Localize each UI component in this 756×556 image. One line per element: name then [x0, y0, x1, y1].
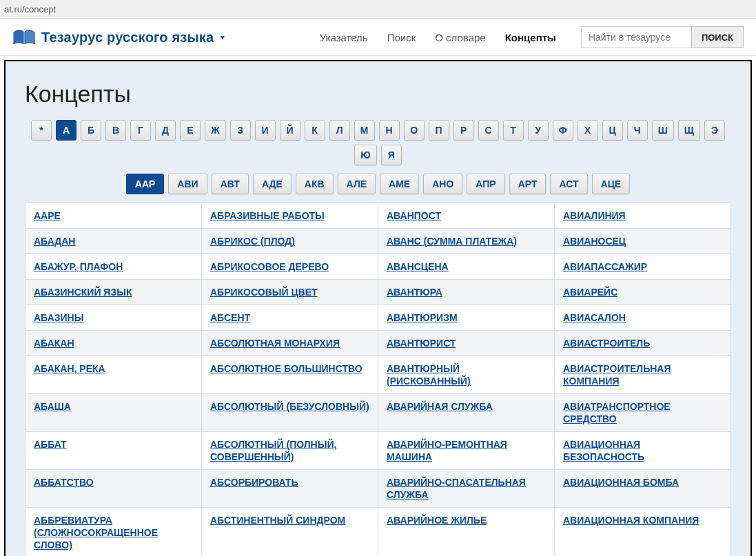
concept-link[interactable]: АВИАТРАНСПОРТНОЕ СРЕДСТВО [563, 401, 671, 424]
concept-link[interactable]: ААРЕ [34, 210, 61, 221]
letter-Д[interactable]: Д [155, 120, 176, 141]
book-icon [12, 29, 36, 45]
concept-link[interactable]: АБРИКОСОВОЕ ДЕРЕВО [210, 261, 329, 272]
letter-Й[interactable]: Й [280, 120, 300, 141]
concept-link[interactable]: АБАЖУР, ПЛАФОН [34, 261, 123, 272]
concept-link[interactable]: АБСОЛЮТНАЯ МОНАРХИЯ [210, 338, 340, 349]
concept-link[interactable]: АББАТСТВО [34, 477, 94, 488]
letter-Т[interactable]: Т [503, 120, 524, 141]
letter-А[interactable]: А [56, 120, 76, 141]
syllable-АМЕ[interactable]: АМЕ [380, 174, 419, 194]
letter-Х[interactable]: Х [578, 120, 598, 141]
concept-link[interactable]: АБАША [34, 401, 71, 412]
letter-Р[interactable]: Р [453, 120, 474, 141]
nav-link-1[interactable]: Поиск [387, 32, 416, 43]
table-cell: ААРЕ [25, 203, 202, 229]
concept-link[interactable]: АВИАСАЛОН [563, 312, 626, 323]
letter-Э[interactable]: Э [704, 120, 725, 141]
letter-Я[interactable]: Я [381, 145, 402, 165]
concept-link[interactable]: АБСОРБИРОВАТЬ [210, 477, 298, 488]
letter-Б[interactable]: Б [81, 120, 101, 141]
concept-link[interactable]: АВАНТЮРА [387, 287, 442, 298]
concept-link[interactable]: АБАКАН, РЕКА [34, 363, 105, 374]
table-cell: АБСОРБИРОВАТЬ [202, 470, 378, 508]
concept-link[interactable]: АВИАЦИОННАЯ БЕЗОПАСНОСТЬ [563, 439, 644, 462]
letter-У[interactable]: У [528, 120, 549, 141]
concept-link[interactable]: АВАНС (СУММА ПЛАТЕЖА) [387, 236, 517, 247]
brand-dropdown[interactable]: Тезаурус русского языка ▾ [12, 29, 225, 45]
syllable-АПР[interactable]: АПР [467, 174, 504, 194]
concept-link[interactable]: АВИАСТРОИТЕЛЬ [563, 338, 650, 349]
concept-link[interactable]: АБАКАН [34, 338, 74, 349]
concept-link[interactable]: АВИАЦИОННАЯ КОМПАНИЯ [563, 515, 699, 526]
letter-Ю[interactable]: Ю [354, 145, 376, 165]
syllable-АЦЕ[interactable]: АЦЕ [592, 174, 631, 194]
search-button[interactable]: ПОИСК [691, 26, 744, 48]
syllable-АСТ[interactable]: АСТ [550, 174, 587, 194]
concept-link[interactable]: АВАНТЮРИСТ [387, 338, 456, 349]
letter-И[interactable]: И [255, 120, 276, 141]
concept-link[interactable]: АВИАЛИНИЯ [563, 210, 626, 221]
letter-Щ[interactable]: Щ [678, 120, 700, 141]
letter-Ц[interactable]: Ц [602, 120, 623, 141]
concept-link[interactable]: АБРИКОС (ПЛОД) [210, 236, 295, 247]
concept-link[interactable]: АВАНТЮРНЫЙ (РИСКОВАННЫЙ) [387, 363, 471, 387]
letter-В[interactable]: В [105, 120, 126, 141]
syllable-АЛЕ[interactable]: АЛЕ [338, 174, 376, 194]
concept-link[interactable]: АББРЕВИАТУРА (СЛОЖНОСОКРАЩЕННОЕ СЛОВО) [34, 515, 158, 550]
letter-Ф[interactable]: Ф [553, 120, 573, 141]
syllable-ААР[interactable]: ААР [126, 174, 165, 194]
concept-link[interactable]: АБРИКОСОВЫЙ ЦВЕТ [210, 287, 318, 298]
concept-link[interactable]: АВАРИЙНО-РЕМОНТНАЯ МАШИНА [387, 439, 507, 462]
letter-Л[interactable]: Л [329, 120, 350, 141]
nav-link-2[interactable]: О словаре [435, 32, 485, 43]
letter-К[interactable]: К [305, 120, 325, 141]
concept-link[interactable]: АБСТИНЕНТНЫЙ СИНДРОМ [210, 515, 345, 526]
concept-link[interactable]: АБАЗИНЫ [34, 312, 83, 323]
concept-link[interactable]: АБАДАН [34, 236, 75, 247]
letter-Н[interactable]: Н [379, 120, 400, 141]
concept-link[interactable]: АВАНПОСТ [387, 210, 441, 221]
syllable-АКВ[interactable]: АКВ [296, 174, 334, 194]
syllable-АРТ[interactable]: АРТ [509, 174, 546, 194]
concept-link[interactable]: АВАРИЙНАЯ СЛУЖБА [387, 401, 493, 412]
concept-link[interactable]: АБСЕНТ [210, 312, 250, 323]
concept-link[interactable]: АВАНТЮРИЗМ [387, 312, 458, 323]
letter-Ч[interactable]: Ч [627, 120, 648, 141]
concept-link[interactable]: АВИАПАССАЖИР [563, 261, 647, 272]
table-cell: АББАТ [25, 432, 202, 470]
syllable-АВТ[interactable]: АВТ [212, 174, 249, 194]
syllable-АНО[interactable]: АНО [423, 174, 462, 194]
concept-link[interactable]: АВИАЦИОННАЯ БОМБА [563, 477, 679, 488]
concept-link[interactable]: АБСОЛЮТНОЕ БОЛЬШИНСТВО [210, 363, 362, 374]
concept-link[interactable]: АВИАНОСЕЦ [563, 236, 626, 247]
letter-З[interactable]: З [230, 120, 251, 141]
table-cell: АБСОЛЮТНЫЙ (ПОЛНЫЙ, СОВЕРШЕННЫЙ) [202, 432, 378, 470]
syllable-АДЕ[interactable]: АДЕ [253, 174, 292, 194]
concept-link[interactable]: АБСОЛЮТНЫЙ (БЕЗУСЛОВНЫЙ) [210, 401, 369, 412]
table-row: ААРЕАБРАЗИВНЫЕ РАБОТЫАВАНПОСТАВИАЛИНИЯ [25, 203, 731, 229]
concept-link[interactable]: АВИАСТРОИТЕЛЬНАЯ КОМПАНИЯ [563, 363, 671, 387]
concept-link[interactable]: АВАНСЦЕНА [387, 261, 449, 272]
concept-link[interactable]: АБСОЛЮТНЫЙ (ПОЛНЫЙ, СОВЕРШЕННЫЙ) [210, 439, 336, 462]
letter-Г[interactable]: Г [130, 120, 151, 141]
concept-link[interactable]: АБАЗИНСКИЙ ЯЗЫК [34, 287, 132, 298]
letter-С[interactable]: С [478, 120, 499, 141]
letter-*[interactable]: * [31, 120, 52, 141]
nav-link-3[interactable]: Концепты [505, 32, 556, 43]
search-input[interactable] [581, 26, 691, 48]
letter-О[interactable]: О [404, 120, 425, 141]
letter-П[interactable]: П [429, 120, 449, 141]
concept-link[interactable]: АВАРИЙНО-СПАСАТЕЛЬНАЯ СЛУЖБА [387, 477, 526, 500]
letter-Ж[interactable]: Ж [205, 120, 226, 141]
nav-link-0[interactable]: Указатель [320, 32, 368, 43]
letter-М[interactable]: М [354, 120, 375, 141]
concept-link[interactable]: АБРАЗИВНЫЕ РАБОТЫ [210, 210, 325, 221]
concept-link[interactable]: АББАТ [34, 439, 67, 450]
table-cell: АВИАЦИОННАЯ КОМПАНИЯ [555, 508, 731, 557]
syllable-АВИ[interactable]: АВИ [168, 174, 207, 194]
concept-link[interactable]: АВИАРЕЙС [563, 287, 617, 298]
concept-link[interactable]: АВАРИЙНОЕ ЖИЛЬЕ [387, 515, 487, 526]
letter-Е[interactable]: Е [180, 120, 201, 141]
letter-Ш[interactable]: Ш [652, 120, 674, 141]
